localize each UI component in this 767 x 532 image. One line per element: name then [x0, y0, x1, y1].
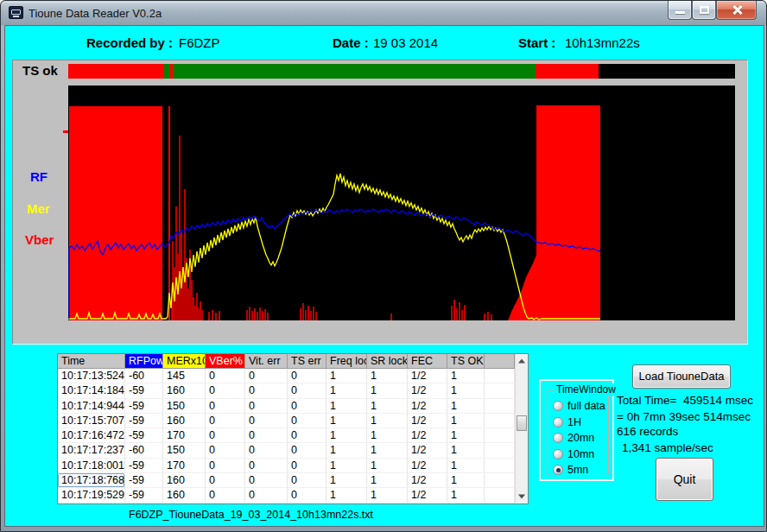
table-cell[interactable]: 10:17:14:944: [58, 399, 125, 414]
table-cell[interactable]: 1: [367, 428, 408, 443]
table-cell[interactable]: 10:17:19:529: [58, 488, 125, 503]
scrollbar-track[interactable]: [516, 368, 528, 490]
table-cell[interactable]: 1: [447, 369, 485, 383]
table-cell[interactable]: 160: [163, 488, 206, 503]
table-cell[interactable]: 0: [245, 414, 288, 428]
table-cell[interactable]: 1: [326, 399, 367, 414]
table-cell[interactable]: 1: [447, 399, 485, 414]
table-cell[interactable]: 145: [163, 369, 206, 383]
table-cell[interactable]: 0: [206, 428, 245, 443]
table-cell[interactable]: -59: [125, 414, 163, 428]
table-cell[interactable]: 0: [288, 488, 326, 503]
table-cell[interactable]: 1: [326, 443, 367, 458]
timewindow-option-1H[interactable]: 1H: [553, 415, 581, 429]
column-header-merx10[interactable]: MERx10: [163, 354, 206, 369]
table-cell[interactable]: 10:17:13:524: [58, 369, 125, 383]
table-cell[interactable]: 0: [245, 459, 288, 473]
table-row[interactable]: 10:17:15:707-59160000111/21: [58, 414, 515, 428]
table-cell[interactable]: 1: [367, 459, 408, 473]
table-cell[interactable]: 0: [245, 383, 288, 398]
table-cell[interactable]: 0: [288, 414, 326, 428]
table-cell[interactable]: 1/2: [408, 399, 447, 414]
table-cell[interactable]: 0: [288, 473, 326, 488]
radio-icon[interactable]: [553, 401, 563, 411]
table-scrollbar[interactable]: [515, 354, 528, 504]
table-cell[interactable]: 170: [163, 459, 206, 473]
table-cell[interactable]: 1: [447, 443, 485, 458]
radio-icon[interactable]: [553, 417, 563, 428]
table-cell[interactable]: 1: [447, 428, 485, 443]
table-cell[interactable]: 1: [367, 399, 408, 414]
table-cell[interactable]: 1: [326, 414, 367, 428]
close-button[interactable]: [716, 1, 757, 20]
table-cell[interactable]: 0: [288, 459, 326, 473]
table-cell[interactable]: 0: [245, 399, 288, 414]
table-row[interactable]: 10:17:19:529-59160000111/21: [58, 488, 515, 503]
table-cell[interactable]: 0: [206, 414, 245, 428]
table-cell[interactable]: -59: [125, 473, 163, 488]
title-bar[interactable]: Tioune Data Reader V0.2a: [1, 1, 766, 25]
table-cell[interactable]: 1/2: [408, 473, 447, 488]
column-header-freq-lock[interactable]: Freq lock: [326, 354, 367, 369]
table-cell[interactable]: 0: [288, 443, 326, 458]
table-cell[interactable]: 0: [206, 369, 245, 383]
table-cell[interactable]: 160: [163, 383, 206, 398]
table-cell[interactable]: 1: [367, 414, 408, 428]
table-cell[interactable]: 1: [326, 383, 367, 398]
scroll-down-button[interactable]: [516, 490, 528, 504]
table-cell[interactable]: -60: [125, 369, 163, 383]
table-cell[interactable]: 1/2: [408, 428, 447, 443]
table-cell[interactable]: -59: [125, 459, 163, 473]
table-cell[interactable]: 1: [367, 383, 408, 398]
table-cell[interactable]: 0: [245, 443, 288, 458]
timewindow-option-5mn[interactable]: 5mn: [553, 463, 588, 477]
table-cell[interactable]: 10:17:18:001: [58, 459, 125, 473]
table-cell[interactable]: 0: [288, 383, 326, 398]
table-cell[interactable]: 0: [288, 428, 326, 443]
column-header-sr-lock[interactable]: SR lock: [367, 354, 408, 369]
table-cell[interactable]: 1/2: [408, 414, 447, 428]
load-tiounedata-button[interactable]: Load TiouneData: [632, 364, 731, 389]
table-cell[interactable]: 160: [163, 473, 206, 488]
table-row[interactable]: 10:17:18:001-59170000111/21: [58, 459, 515, 473]
column-header-time[interactable]: Time: [58, 354, 125, 369]
table-row[interactable]: 10:17:14:944-59150000111/21: [58, 399, 515, 414]
table-cell[interactable]: 0: [206, 399, 245, 414]
table-row[interactable]: 10:17:13:524-60145000111/21: [58, 369, 515, 383]
table-cell[interactable]: 1: [326, 473, 367, 488]
table-cell[interactable]: 0: [245, 473, 288, 488]
table-cell[interactable]: 1: [367, 443, 408, 458]
column-header-rfpower[interactable]: RFPower: [125, 354, 163, 369]
timewindow-option-10mn[interactable]: 10mn: [553, 447, 594, 461]
table-cell[interactable]: 0: [288, 369, 326, 383]
table-row[interactable]: 10:17:14:184-59160000111/21: [58, 383, 515, 398]
table-cell[interactable]: 1: [326, 488, 367, 503]
table-cell[interactable]: -59: [125, 428, 163, 443]
timewindow-option-20mn[interactable]: 20mn: [553, 431, 594, 445]
table-cell[interactable]: 1: [447, 473, 485, 488]
table-cell[interactable]: -60: [125, 443, 163, 458]
table-cell[interactable]: 1: [447, 488, 485, 503]
table-cell[interactable]: 0: [245, 428, 288, 443]
table-cell[interactable]: 1: [447, 383, 485, 398]
column-header-vber-[interactable]: VBer%: [206, 354, 245, 369]
table-row[interactable]: 10:17:16:472-59170000111/21: [58, 428, 515, 443]
maximize-button[interactable]: [692, 1, 716, 20]
table-cell[interactable]: -59: [125, 383, 163, 398]
column-header-vit-err[interactable]: Vit. err: [245, 354, 288, 369]
table-cell[interactable]: 1/2: [408, 488, 447, 503]
table-cell[interactable]: -59: [125, 399, 163, 414]
table-cell[interactable]: 170: [163, 428, 206, 443]
table-cell[interactable]: 1: [326, 428, 367, 443]
column-header-fec[interactable]: FEC: [408, 354, 447, 369]
table-cell[interactable]: 10:17:14:184: [58, 383, 125, 398]
table-cell[interactable]: 1: [447, 414, 485, 428]
scroll-up-button[interactable]: [516, 354, 528, 368]
table-cell[interactable]: 0: [206, 443, 245, 458]
table-cell[interactable]: 160: [163, 414, 206, 428]
table-cell[interactable]: 1: [326, 459, 367, 473]
table-cell[interactable]: 1: [367, 473, 408, 488]
table-cell[interactable]: 1/2: [408, 459, 447, 473]
table-cell[interactable]: 0: [206, 383, 245, 398]
minimize-button[interactable]: [668, 1, 692, 20]
